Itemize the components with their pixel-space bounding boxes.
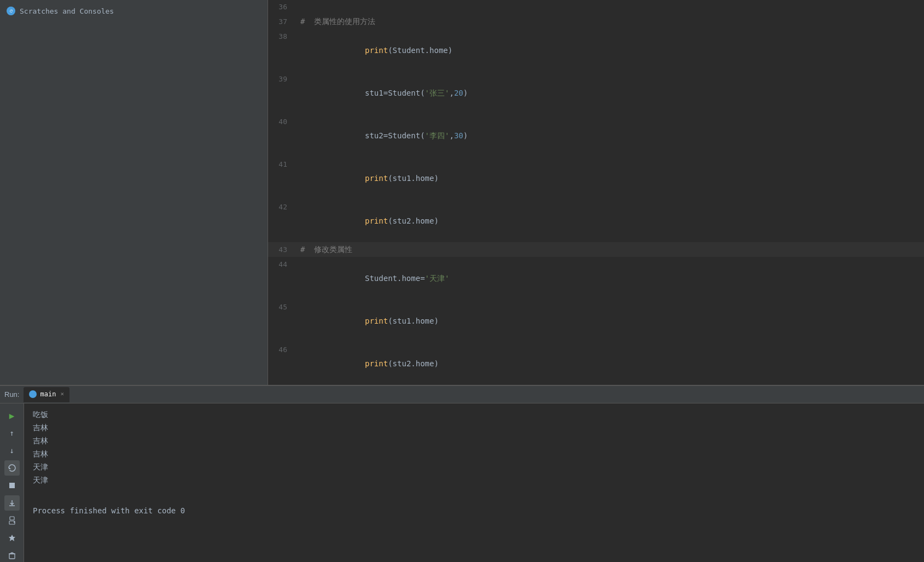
line-num-42: 42 [268, 200, 298, 214]
run-toolbar: ▶ ↑ ↓ [0, 403, 24, 562]
sidebar-title: ⏱ Scratches and Consoles [7, 4, 261, 17]
scroll-end-button[interactable] [4, 495, 20, 511]
line-num-40: 40 [268, 115, 298, 129]
scratches-icon: ⏱ [7, 7, 15, 15]
code-lines: 36 37 # 类属性的使用方法 38 print(Student.home) … [268, 0, 924, 385]
tab-name: main [40, 390, 56, 398]
tab-close-button[interactable]: × [60, 390, 64, 397]
code-line-43: 43 # 修改类属性 [268, 242, 924, 257]
code-line-39: 39 stu1=Student('张三',20) [268, 72, 924, 114]
line-content-40: stu2=Student('李四',30) [298, 114, 468, 157]
top-area: ⏱ Scratches and Consoles 36 37 # 类属性的使用方… [0, 0, 924, 385]
line-num-41: 41 [268, 157, 298, 172]
output-area[interactable]: 吃饭 吉林 吉林 吉林 天津 天津 Process finished with … [24, 403, 924, 562]
svg-rect-2 [9, 483, 15, 488]
line-content-46: print(stu2.home) [298, 342, 439, 385]
output-line-2: 吉林 [33, 421, 915, 434]
code-line-38: 38 print(Student.home) [268, 29, 924, 72]
code-editor[interactable]: 36 37 # 类属性的使用方法 38 print(Student.home) … [268, 0, 924, 385]
run-tab-main[interactable]: main × [24, 387, 69, 402]
bottom-panel: Run: main × ▶ ↑ ↓ [0, 385, 924, 562]
rerun-button[interactable] [4, 460, 20, 476]
line-content-44: Student.home='天津' [298, 257, 449, 300]
code-line-46: 46 print(stu2.home) [268, 342, 924, 385]
line-num-37: 37 [268, 15, 298, 29]
line-content-39: stu1=Student('张三',20) [298, 72, 468, 114]
code-line-44: 44 Student.home='天津' [268, 257, 924, 300]
run-tabs: Run: main × [0, 386, 924, 403]
run-content: ▶ ↑ ↓ [0, 403, 924, 562]
output-line-4: 吉林 [33, 447, 915, 460]
line-num-38: 38 [268, 30, 298, 44]
line-num-39: 39 [268, 72, 298, 86]
code-line-45: 45 print(stu1.home) [268, 300, 924, 342]
scroll-down-button[interactable]: ↓ [4, 443, 20, 458]
line-num-45: 45 [268, 300, 298, 314]
code-line-42: 42 print(stu2.home) [268, 200, 924, 242]
pin-button[interactable] [4, 530, 20, 546]
run-label: Run: [4, 390, 19, 399]
code-line-37: 37 # 类属性的使用方法 [268, 14, 924, 29]
line-content-38: print(Student.home) [298, 29, 452, 72]
line-num-44: 44 [268, 257, 298, 272]
process-finished-text: Process finished with exit code 0 [33, 491, 915, 517]
stop-button[interactable] [4, 478, 20, 493]
delete-button[interactable] [4, 548, 20, 562]
svg-text:⏱: ⏱ [9, 9, 13, 14]
print-button[interactable] [4, 513, 20, 528]
line-num-46: 46 [268, 343, 298, 357]
line-content-37: # 类属性的使用方法 [298, 14, 375, 28]
code-line-40: 40 stu2=Student('李四',30) [268, 114, 924, 157]
code-line-41: 41 print(stu1.home) [268, 157, 924, 200]
output-line-5: 天津 [33, 460, 915, 473]
output-line-6: 天津 [33, 473, 915, 487]
sidebar-label: Scratches and Consoles [20, 7, 114, 15]
line-content-41: print(stu1.home) [298, 157, 439, 200]
code-line-36: 36 [268, 0, 924, 14]
play-button[interactable]: ▶ [4, 408, 20, 423]
line-num-43: 43 [268, 243, 298, 257]
svg-rect-7 [9, 554, 15, 559]
output-line-1: 吃饭 [33, 408, 915, 421]
line-content-45: print(stu1.home) [298, 300, 439, 342]
output-line-3: 吉林 [33, 434, 915, 447]
line-num-36: 36 [268, 0, 298, 14]
line-content-43: # 修改类属性 [298, 242, 352, 256]
svg-rect-6 [14, 522, 15, 523]
python-icon [29, 390, 37, 398]
scroll-up-button[interactable]: ↑ [4, 425, 20, 441]
sidebar: ⏱ Scratches and Consoles [0, 0, 268, 385]
svg-rect-5 [10, 517, 14, 520]
line-content-42: print(stu2.home) [298, 200, 439, 242]
